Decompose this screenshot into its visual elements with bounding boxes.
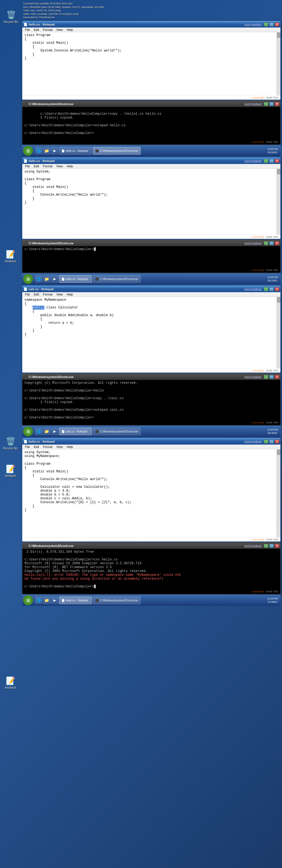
recycle-bin-icon: 🗑️ [5, 9, 17, 20]
desktop-icon-recycle-bin-1[interactable]: 🗑️ Recycle Bin [1, 8, 21, 25]
desktop-icon-feedback-2[interactable]: 📝 feedback [1, 462, 20, 478]
menu-file-4[interactable]: File [23, 445, 32, 449]
notepad-2-content[interactable]: using System; class Program { static voi… [22, 169, 277, 235]
scrollbar-4[interactable] [277, 449, 280, 537]
tb-btn-media[interactable]: ▶ [51, 147, 58, 154]
tb-window-notepad-1[interactable]: 📄 hello.cs - Notepad [59, 147, 92, 155]
send-feedback-3[interactable]: Send Feedback [244, 288, 262, 290]
minimize-btn-3[interactable]: _ [264, 287, 268, 291]
desktop-icon-recycle-bin-2[interactable]: 🗑️ Recycle Bin [1, 435, 20, 451]
tb-btn-folder-2[interactable]: 📁 [43, 275, 50, 283]
close-btn-4[interactable]: ✕ [275, 440, 279, 443]
start-orb-4[interactable]: ⊞ [23, 595, 33, 605]
scrollbar-3[interactable] [277, 297, 280, 368]
cmd-3-content[interactable]: Copyright (C) Microsoft Corporation. All… [22, 380, 280, 421]
menu-view-4[interactable]: View [55, 445, 65, 449]
send-feedback-cmd-1[interactable]: Send Feedback [244, 103, 262, 105]
tb-btn-media-3[interactable]: ▶ [51, 428, 58, 435]
close-btn-3[interactable]: ✕ [275, 287, 279, 291]
start-orb-1[interactable]: ⊞ [23, 146, 33, 156]
send-feedback-4[interactable]: Send Feedback [244, 440, 262, 443]
maximize-cmd-1[interactable]: □ [269, 102, 274, 106]
notepad-icon-3: 📄 [23, 287, 28, 291]
minimize-btn-2[interactable]: _ [264, 159, 268, 163]
tb-window-cmd-3[interactable]: ⬛ C:\Windows\system32\cmd.exe [93, 428, 141, 435]
menu-edit-2[interactable]: Edit [32, 164, 41, 168]
menu-format-2[interactable]: Format [41, 164, 54, 168]
maximize-btn-1[interactable]: □ [269, 23, 274, 26]
menu-file-3[interactable]: File [23, 292, 32, 296]
close-cmd-2[interactable]: ✕ [275, 241, 279, 245]
menu-help-4[interactable]: Help [65, 445, 75, 449]
menu-view-1[interactable]: View [55, 28, 65, 32]
minimize-cmd-4[interactable]: _ [264, 544, 268, 548]
scrollbar-1[interactable] [277, 32, 280, 95]
tb-btn-media-2[interactable]: ▶ [51, 275, 58, 283]
close-btn-2[interactable]: ✕ [275, 159, 279, 163]
desktop-icon-feedback-3[interactable]: 📝 feedback [1, 674, 20, 690]
tb-window-cmd-1[interactable]: ⬛ C:\Windows\system32\cmd.exe [93, 147, 141, 155]
cmd-2-content[interactable]: c:\Users\Keith\demos\HelloCompiler> [22, 246, 280, 268]
menu-format-3[interactable]: Format [41, 292, 54, 296]
maximize-btn-4[interactable]: □ [269, 440, 274, 443]
pluralsight-badge-cmd-1: ⬥ pluralsight Build 7000 [22, 140, 280, 145]
taskbar-section-2: ⊞ 🌐 📁 ▶ 📄 hello.cs - Notepad ⬛ C:\Window… [22, 274, 281, 284]
cmd-2-title: C:\Windows\system32\cmd.exe [29, 242, 74, 245]
maximize-btn-2[interactable]: □ [269, 159, 274, 163]
notepad-3-content[interactable]: namespace MyNamespace { public class Cal… [22, 297, 277, 368]
cmd-1-content[interactable]: c:\Users\Keith\demos\HelloCompiler>copy … [22, 107, 280, 140]
menu-file-2[interactable]: File [23, 164, 32, 168]
start-orb-3[interactable]: ⊞ [23, 427, 33, 436]
cmd-4-content[interactable]: 2 Dir(s) 9,579,331,584 bytes free c:\Use… [22, 549, 280, 590]
close-btn-1[interactable]: ✕ [275, 23, 279, 26]
menu-edit-3[interactable]: Edit [32, 292, 41, 296]
close-cmd-1[interactable]: ✕ [275, 102, 279, 106]
tb-btn-folder-3[interactable]: 📁 [43, 428, 50, 435]
maximize-cmd-4[interactable]: □ [269, 544, 274, 548]
menu-view-2[interactable]: View [55, 164, 65, 168]
menu-file-1[interactable]: File [23, 28, 32, 32]
close-cmd-4[interactable]: ✕ [275, 544, 279, 548]
menu-help-3[interactable]: Help [65, 292, 75, 296]
menu-edit-4[interactable]: Edit [32, 445, 41, 449]
tb-btn-ie[interactable]: 🌐 [35, 147, 42, 154]
tb-window-notepad-2[interactable]: 📄 hello.cs - Notepad [59, 275, 92, 283]
menu-format-1[interactable]: Format [41, 28, 54, 32]
maximize-cmd-3[interactable]: □ [269, 375, 274, 379]
send-feedback-cmd-3[interactable]: Send Feedback [244, 375, 262, 378]
minimize-btn-4[interactable]: _ [264, 440, 268, 443]
desktop-icon-feedback-1[interactable]: 📝 feedback [1, 248, 20, 264]
menu-format-4[interactable]: Format [41, 445, 54, 449]
tb-btn-folder[interactable]: 📁 [43, 147, 50, 154]
start-orb-2[interactable]: ⊞ [23, 274, 33, 284]
minimize-cmd-3[interactable]: _ [264, 375, 268, 379]
maximize-cmd-2[interactable]: □ [269, 241, 274, 245]
tb-btn-folder-4[interactable]: 📁 [43, 597, 50, 604]
tb-btn-ie-3[interactable]: 🌐 [35, 428, 42, 435]
tb-btn-ie-4[interactable]: 🌐 [35, 597, 42, 604]
menu-edit-1[interactable]: Edit [32, 28, 41, 32]
minimize-cmd-2[interactable]: _ [264, 241, 268, 245]
send-feedback-1[interactable]: Send Feedback [244, 23, 262, 26]
menu-help-2[interactable]: Help [65, 164, 75, 168]
tb-window-cmd-4[interactable]: ⬛ C:\Windows\system32\cmd.exe [93, 596, 141, 604]
minimize-btn-1[interactable]: _ [264, 23, 268, 26]
pluralsight-badge-cmd-2: ⬥ pluralsight Build 7000 [22, 268, 280, 273]
notepad-4-content[interactable]: using System; using MyNamespace; class P… [22, 449, 277, 537]
notepad-1-content[interactable]: class Program { static void Main() { Sys… [22, 32, 277, 95]
tb-btn-media-4[interactable]: ▶ [51, 597, 58, 604]
scrollbar-2[interactable] [277, 169, 280, 235]
menu-view-3[interactable]: View [55, 292, 65, 296]
maximize-btn-3[interactable]: □ [269, 287, 274, 291]
minimize-cmd-1[interactable]: _ [264, 102, 268, 106]
tb-btn-ie-2[interactable]: 🌐 [35, 275, 42, 283]
send-feedback-cmd-4[interactable]: Send Feedback [244, 545, 262, 547]
tb-window-hello-notepad[interactable]: 📄 hello.cs - Notepad [59, 596, 92, 604]
tb-window-cmd-2[interactable]: ⬛ C:\Windows\system32\cmd.exe [93, 275, 141, 283]
send-feedback-2[interactable]: Send Feedback [244, 160, 262, 162]
tb-window-calc-notepad[interactable]: 📄 calc.cs - Notepad [59, 428, 92, 435]
send-feedback-cmd-2[interactable]: Send Feedback [244, 242, 262, 245]
cmd-window-1: ⬛ C:\Windows\system32\cmd.exe Send Feedb… [22, 100, 281, 145]
menu-help-1[interactable]: Help [65, 28, 75, 32]
close-cmd-3[interactable]: ✕ [275, 375, 279, 379]
